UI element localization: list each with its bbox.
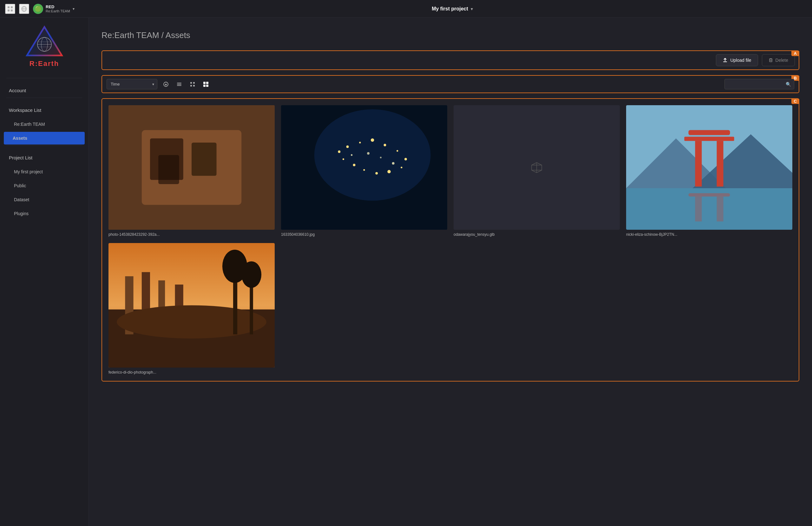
asset-item-photo3[interactable]: nicki-eliza-schinow-BjJP2TN... [626, 105, 792, 237]
sidebar-item-project-list-label: Project List [9, 155, 32, 160]
svg-rect-29 [206, 82, 208, 84]
svg-rect-68 [695, 196, 701, 222]
svg-rect-25 [193, 82, 195, 84]
search-icon: 🔍 [786, 82, 791, 87]
logo-svg [25, 25, 63, 57]
svg-rect-30 [203, 85, 205, 87]
asset-thumb-svg-photo1 [108, 105, 275, 230]
svg-point-51 [338, 151, 340, 153]
apps-icon-btn[interactable] [5, 4, 15, 14]
svg-rect-22 [177, 84, 182, 85]
asset-grid-area-label: C [792, 99, 799, 104]
svg-rect-24 [190, 82, 192, 84]
asset-name-photo1: photo-1453828423292-392a... [108, 232, 275, 237]
sidebar-divider-3 [6, 145, 82, 146]
asset-name-photo3: nicki-eliza-schinow-BjJP2TN... [626, 232, 792, 237]
user-section[interactable]: 🟢 RED Re:Earth TEAM ▾ [33, 4, 74, 14]
logo-name: R:Earth [29, 60, 59, 68]
globe-icon [21, 6, 27, 12]
sidebar-item-plugins-label: Plugins [14, 211, 29, 216]
asset-grid: photo-1453828423292-392a... [108, 105, 792, 375]
small-grid-view-btn[interactable] [188, 79, 197, 89]
svg-rect-36 [158, 155, 179, 184]
sidebar-item-public[interactable]: Public [0, 179, 88, 193]
sidebar-item-assets[interactable]: Assets [4, 132, 85, 145]
topbar-center: My first project ▾ [98, 6, 807, 12]
asset-item-photo2[interactable]: 1633504036610.jpg [281, 105, 447, 237]
user-avatar: 🟢 [33, 4, 43, 14]
svg-point-45 [401, 167, 402, 168]
asset-name-photo2: 1633504036610.jpg [281, 232, 447, 237]
sidebar-item-project-list[interactable]: Project List [0, 151, 88, 165]
svg-point-39 [346, 146, 349, 148]
svg-point-48 [363, 169, 365, 171]
sidebar-divider-1 [6, 78, 82, 78]
svg-rect-35 [192, 142, 217, 176]
list-view-btn[interactable] [174, 79, 184, 89]
large-grid-icon [203, 81, 209, 87]
svg-point-54 [380, 156, 381, 158]
svg-rect-27 [193, 85, 195, 87]
sidebar-item-plugins[interactable]: Plugins [0, 207, 88, 221]
sort-select[interactable]: Time Name Size [106, 79, 157, 89]
asset-thumb-model1 [453, 105, 620, 230]
asset-thumb-image-photo1 [108, 105, 275, 230]
svg-rect-0 [8, 6, 10, 8]
asset-thumb-photo2 [281, 105, 447, 230]
sidebar-item-workspace-label: Workspace List [9, 107, 41, 113]
user-info: RED Re:Earth TEAM [46, 4, 70, 13]
globe-icon-btn[interactable] [19, 4, 29, 14]
sidebar-item-account[interactable]: Account [0, 83, 88, 97]
asset-thumb-image-photo2 [281, 105, 447, 230]
svg-rect-64 [684, 137, 734, 141]
asset-item-photo1[interactable]: photo-1453828423292-392a... [108, 105, 275, 237]
svg-rect-26 [190, 85, 192, 87]
page-title-sub: Assets [165, 30, 190, 40]
sidebar: R:Earth Account Workspace List Re:Earth … [0, 18, 89, 526]
content-area: Re:Earth TEAM / Assets A Upload file [89, 18, 812, 526]
sort-order-icon [163, 81, 169, 87]
project-title: My first project [432, 6, 468, 12]
sidebar-item-dataset[interactable]: Dataset [0, 193, 88, 207]
delete-button[interactable]: Delete [762, 54, 795, 66]
svg-point-42 [384, 144, 386, 146]
list-view-icon [176, 81, 182, 87]
svg-point-50 [343, 159, 344, 160]
upload-file-button[interactable]: Upload file [716, 54, 758, 66]
svg-point-76 [117, 305, 266, 339]
sidebar-item-reearth-team[interactable]: Re:Earth TEAM [0, 117, 88, 131]
sidebar-item-assets-label: Assets [13, 136, 27, 141]
svg-point-38 [314, 109, 431, 200]
sidebar-item-public-label: Public [14, 183, 26, 188]
asset-thumb-photo3 [626, 105, 792, 230]
search-wrap: 🔍 [724, 79, 794, 89]
sidebar-item-reearth-team-label: Re:Earth TEAM [14, 122, 45, 127]
asset-item-photo4[interactable]: federico-di-dio-photograph... [108, 243, 275, 375]
sort-order-btn[interactable] [161, 79, 171, 89]
project-chevron-icon: ▾ [471, 6, 473, 11]
asset-grid-area: C [102, 98, 799, 381]
sidebar-item-my-first-project[interactable]: My first project [0, 165, 88, 179]
asset-name-photo4: federico-di-dio-photograph... [108, 370, 275, 375]
asset-thumb-svg-photo4 [108, 243, 275, 367]
svg-rect-3 [11, 10, 13, 11]
svg-point-49 [353, 164, 356, 166]
trash-icon [769, 58, 773, 62]
user-team: Re:Earth TEAM [46, 9, 70, 13]
large-grid-view-btn[interactable] [201, 79, 211, 89]
svg-rect-28 [203, 82, 205, 84]
svg-rect-21 [177, 83, 182, 83]
page-title-sep: / [161, 30, 165, 40]
user-chevron-icon: ▾ [73, 7, 74, 11]
apps-icon [7, 6, 13, 12]
svg-point-41 [371, 138, 374, 141]
search-input[interactable] [724, 79, 794, 89]
svg-rect-69 [717, 196, 724, 222]
asset-item-model1[interactable]: odawarajyou_tensyu.glb [453, 105, 620, 237]
cube-icon [530, 161, 543, 174]
page-title-main: Re:Earth TEAM [102, 30, 159, 40]
main-layout: R:Earth Account Workspace List Re:Earth … [0, 18, 812, 526]
sort-select-wrap: Time Name Size [106, 79, 157, 89]
svg-rect-63 [688, 130, 730, 135]
sidebar-item-workspace-list[interactable]: Workspace List [0, 103, 88, 117]
